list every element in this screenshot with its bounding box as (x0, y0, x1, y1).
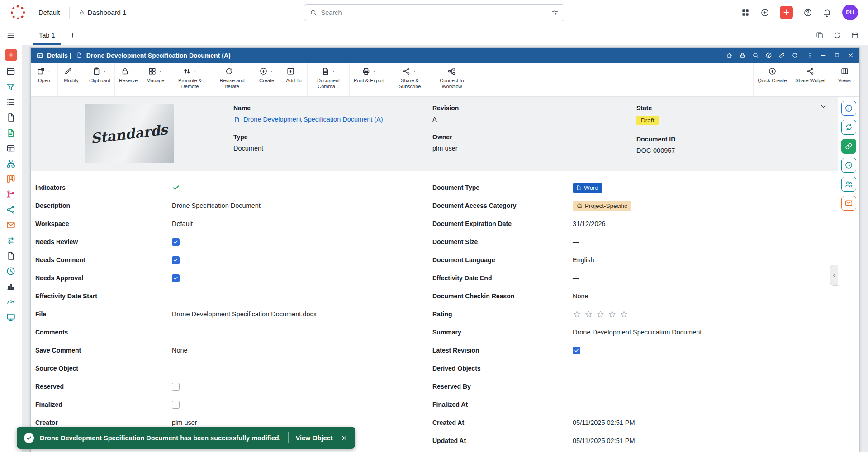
toolbar-button-clipboard[interactable]: Clipboard (85, 63, 115, 96)
star-icon[interactable] (620, 310, 628, 319)
mail-panel[interactable] (841, 196, 856, 211)
forms-icon[interactable] (6, 128, 16, 138)
panel-collapse-handle[interactable] (830, 265, 838, 286)
links-panel[interactable] (841, 139, 856, 154)
field-value (172, 382, 180, 391)
toolbar-button-share-subscribe[interactable]: Share & Subscribe (389, 63, 431, 96)
displays-icon[interactable] (6, 312, 16, 322)
menu-toggle-button[interactable] (0, 25, 22, 45)
search-icon[interactable] (752, 52, 759, 59)
mail-icon[interactable] (6, 220, 16, 230)
checkbox[interactable] (172, 256, 180, 264)
minimize-icon[interactable] (820, 52, 827, 59)
workspace-selector[interactable]: Default (38, 9, 60, 16)
history-panel[interactable] (841, 158, 856, 173)
windows-icon[interactable] (6, 66, 16, 76)
documents-icon[interactable] (6, 113, 16, 122)
field-label: Reserved (35, 383, 172, 390)
apps-grid-icon[interactable] (741, 8, 750, 17)
field-label: Comments (35, 329, 172, 336)
dashboard-title[interactable]: Dashboard 1 (79, 9, 127, 16)
help-icon[interactable] (803, 8, 812, 17)
document-name-link[interactable]: Drone Development Specification Document… (233, 116, 432, 123)
checkbox[interactable] (172, 238, 180, 246)
field-label: Workspace (35, 220, 172, 227)
charts-icon[interactable] (6, 282, 16, 292)
branches-icon[interactable] (6, 189, 16, 199)
field-label: Summary (432, 329, 573, 336)
add-tab-button[interactable] (66, 28, 79, 42)
toast-message: Drone Development Specification Document… (40, 434, 281, 442)
global-search[interactable] (304, 4, 564, 21)
checkbox[interactable] (573, 347, 580, 354)
workflow-icon[interactable] (6, 205, 16, 215)
star-icon[interactable] (596, 310, 605, 319)
toolbar-button-revise-and-iterate[interactable]: Revise and Iterate (211, 63, 253, 96)
star-icon[interactable] (573, 310, 581, 319)
toolbar-button-views[interactable]: Views (830, 63, 859, 96)
calendar-icon[interactable] (851, 31, 859, 39)
quick-add-icon[interactable] (5, 49, 17, 61)
gauges-icon[interactable] (6, 297, 16, 307)
view-object-button[interactable]: View Object (296, 434, 333, 442)
tables-icon[interactable] (6, 143, 16, 153)
help-icon[interactable] (765, 52, 772, 59)
star-icon[interactable] (608, 310, 617, 319)
revisions-panel[interactable] (841, 120, 856, 135)
toolbar-button-manage[interactable]: Manage (142, 63, 169, 96)
toolbar-button-reserve[interactable]: Reserve (115, 63, 142, 96)
transfers-icon[interactable] (6, 235, 16, 245)
hierarchy-icon[interactable] (6, 159, 16, 169)
people-panel[interactable] (841, 177, 856, 192)
add-circle-icon[interactable] (760, 8, 769, 17)
toolbar-button-print-export[interactable]: Print & Export (350, 63, 389, 96)
detail-row: Reserved By— (432, 377, 838, 396)
files-icon[interactable] (6, 251, 16, 261)
toolbar-button-open[interactable]: Open (31, 63, 58, 96)
refresh-icon[interactable] (792, 52, 798, 59)
app-logo-icon[interactable] (11, 5, 25, 19)
summary-fields: NameDrone Development Specification Docu… (233, 104, 675, 163)
detail-row: Document LanguageEnglish (432, 251, 838, 269)
checkbox[interactable] (172, 274, 180, 282)
caret-down-icon (372, 69, 377, 74)
toolbar-button-add-to[interactable]: Add To (280, 63, 308, 96)
checkbox[interactable] (172, 401, 180, 409)
toolbar-button-connect-to-workflow[interactable]: Connect to Workflow (431, 63, 473, 96)
field-label: Needs Comment (35, 256, 172, 264)
field-value: English (573, 255, 594, 264)
reserve-icon (121, 67, 129, 75)
refresh-icon[interactable] (833, 31, 841, 39)
tab-1[interactable]: Tab 1 (33, 25, 61, 45)
toolbar-button-promote-demote[interactable]: Promote & Demote (169, 63, 211, 96)
kanban-icon[interactable] (6, 174, 16, 184)
star-icon[interactable] (584, 310, 593, 319)
maximize-icon[interactable] (834, 52, 840, 59)
info-panel[interactable] (841, 101, 856, 116)
toolbar-button-quick-create[interactable]: Quick Create (753, 63, 791, 96)
more-options-icon[interactable] (806, 52, 813, 59)
history-icon[interactable] (6, 266, 16, 276)
collapse-summary-icon[interactable] (819, 102, 828, 111)
checkbox[interactable] (172, 383, 180, 391)
notifications-icon[interactable] (823, 8, 832, 17)
quick-create-button[interactable] (780, 6, 793, 19)
connect-to-workflow-icon (447, 67, 456, 75)
close-icon[interactable] (847, 52, 854, 59)
caret-down-icon (102, 69, 107, 74)
search-settings-icon[interactable] (551, 9, 559, 16)
toolbar-button-document-comma[interactable]: Document Comma... (308, 63, 350, 96)
filters-icon[interactable] (6, 82, 16, 92)
lists-icon[interactable] (6, 97, 16, 107)
field-label: Rating (432, 311, 573, 318)
lock-icon[interactable] (739, 52, 746, 59)
toolbar-button-share-widget[interactable]: Share Widget (791, 63, 830, 96)
link-icon[interactable] (778, 52, 785, 59)
toolbar-button-create[interactable]: Create (253, 63, 280, 96)
search-input[interactable] (321, 9, 547, 16)
home-icon[interactable] (726, 52, 733, 59)
stack-windows-icon[interactable] (816, 31, 824, 39)
user-avatar[interactable]: PU (842, 5, 858, 20)
close-toast-icon[interactable] (341, 434, 348, 442)
toolbar-button-modify[interactable]: Modify (58, 63, 85, 96)
